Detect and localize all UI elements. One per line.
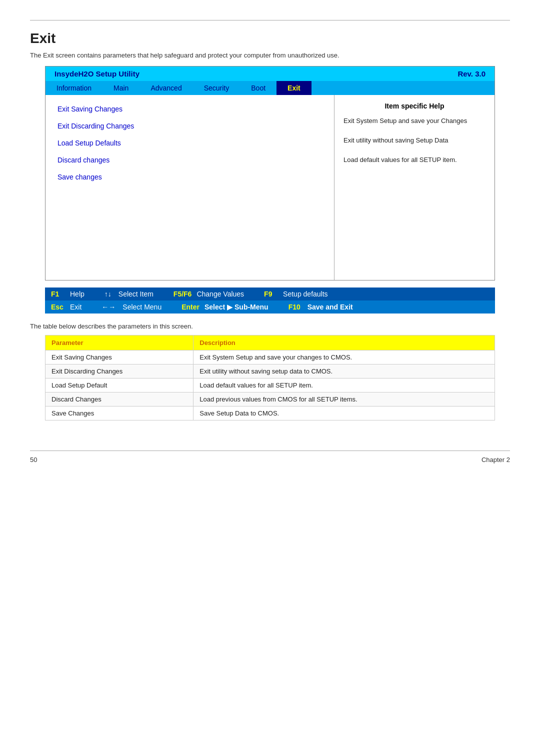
col-description: Description (194, 336, 495, 350)
key-row-2: Esc Exit ←→ Select Menu Enter Select ▶ S… (45, 300, 495, 314)
bios-content: Exit Saving Changes Exit Discarding Chan… (46, 95, 494, 280)
param-name: Save Changes (46, 406, 194, 420)
change-values-label: Change Values (196, 290, 244, 298)
menu-discard-changes[interactable]: Discard changes (58, 156, 322, 164)
param-desc: Save Setup Data to CMOS. (194, 406, 495, 420)
table-row: Discard Changes Load previous values fro… (46, 392, 495, 406)
f1-key: F1 (51, 290, 65, 298)
menu-exit-discarding[interactable]: Exit Discarding Changes (58, 122, 322, 130)
table-row: Save Changes Save Setup Data to CMOS. (46, 406, 495, 420)
table-row: Exit Saving Changes Exit System Setup an… (46, 350, 495, 364)
bios-header: InsydeH2O Setup Utility Rev. 3.0 (46, 66, 494, 81)
param-name: Discard Changes (46, 392, 194, 406)
help-line-3: Load default values for all SETUP item. (344, 156, 457, 164)
page-footer: 50 Chapter 2 (30, 450, 510, 464)
page-title: Exit (30, 30, 510, 46)
param-desc: Load previous values from CMOS for all S… (194, 392, 495, 406)
f1-desc: Help (70, 290, 84, 298)
param-desc: Load default values for all SETUP item. (194, 378, 495, 392)
nav-information[interactable]: Information (46, 81, 102, 95)
bios-nav: Information Main Advanced Security Boot … (46, 81, 494, 95)
page-number: 50 (30, 456, 37, 464)
select-menu-label: Select Menu (122, 303, 162, 311)
nav-advanced[interactable]: Advanced (140, 81, 192, 95)
param-name: Load Setup Default (46, 378, 194, 392)
help-text: Exit System Setup and save your Changes … (344, 116, 486, 165)
key-bar: F1 Help ↑↓ Select Item F5/F6 Change Valu… (45, 288, 495, 314)
enter-key: Enter (182, 303, 200, 311)
param-name: Exit Discarding Changes (46, 364, 194, 378)
esc-desc: Exit (70, 303, 82, 311)
bios-box: InsydeH2O Setup Utility Rev. 3.0 Informa… (45, 66, 495, 280)
f10-key: F10 (288, 303, 302, 311)
intro-text: The Exit screen contains parameters that… (30, 52, 510, 59)
nav-boot[interactable]: Boot (240, 81, 276, 95)
leftright-arrow-icon: ←→ (102, 303, 116, 311)
col-parameter: Parameter (46, 336, 194, 350)
f5f6-key: F5/F6 (174, 290, 192, 298)
bios-help-panel: Item specific Help Exit System Setup and… (334, 95, 494, 280)
bios-menu: Exit Saving Changes Exit Discarding Chan… (46, 95, 334, 280)
bios-title: InsydeH2O Setup Utility (54, 70, 140, 78)
help-line-2: Exit utility without saving Setup Data (344, 136, 448, 144)
setup-defaults-label: Setup defaults (283, 290, 328, 298)
updown-arrow-icon: ↑↓ (104, 290, 112, 298)
table-intro: The table below describes the parameters… (30, 322, 510, 330)
nav-exit[interactable]: Exit (276, 81, 312, 95)
help-title: Item specific Help (344, 102, 486, 110)
help-line-1: Exit System Setup and save your Changes (344, 117, 467, 124)
param-desc: Exit System Setup and save your changes … (194, 350, 495, 364)
esc-key: Esc (51, 303, 65, 311)
select-item-label: Select Item (118, 290, 154, 298)
param-table: Parameter Description Exit Saving Change… (45, 335, 495, 420)
select-submenu-label: Select ▶ Sub-Menu (204, 303, 268, 311)
nav-main[interactable]: Main (102, 81, 140, 95)
menu-load-defaults[interactable]: Load Setup Defaults (58, 139, 322, 147)
nav-security[interactable]: Security (193, 81, 240, 95)
param-desc: Exit utility without saving setup data t… (194, 364, 495, 378)
menu-exit-saving[interactable]: Exit Saving Changes (58, 105, 322, 113)
param-name: Exit Saving Changes (46, 350, 194, 364)
key-row-1: F1 Help ↑↓ Select Item F5/F6 Change Valu… (45, 288, 495, 300)
menu-save-changes[interactable]: Save changes (58, 173, 322, 181)
f9-key: F9 (264, 290, 278, 298)
bios-rev: Rev. 3.0 (458, 70, 486, 78)
table-row: Exit Discarding Changes Exit utility wit… (46, 364, 495, 378)
chapter-label: Chapter 2 (482, 456, 510, 464)
save-exit-label: Save and Exit (308, 303, 353, 311)
table-row: Load Setup Default Load default values f… (46, 378, 495, 392)
